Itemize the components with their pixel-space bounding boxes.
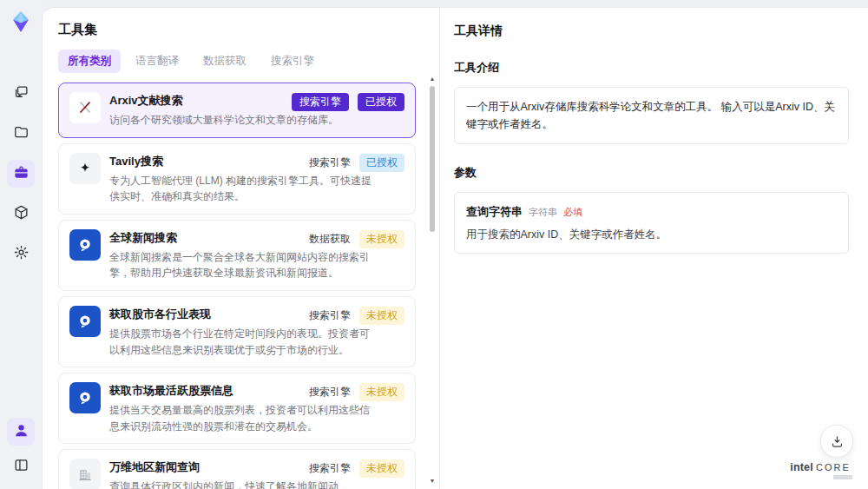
tool-list-panel: 工具集 所有类别语言翻译数据获取搜索引擎 Arxiv文献搜索 访问各个研究领域大… [43,8,439,489]
tool-desc: 提供股票市场各个行业在特定时间段内的表现。投资者可以利用这些信息来识别表现优于或… [109,326,374,358]
tool-meta: 搜索引擎 未授权 [309,383,404,401]
tool-meta: 搜索引擎 未授权 [309,459,404,478]
tool-category: 搜索引擎 [309,155,351,170]
chat-icon [13,84,30,104]
param-required-flag: 必填 [563,207,582,217]
news-logo-icon [69,382,101,413]
tool-desc: 访问各个研究领域大量科学论文和文章的存储库。 [109,112,374,129]
tool-list: Arxiv文献搜索 访问各个研究领域大量科学论文和文章的存储库。 搜索引擎 已授… [58,83,416,489]
tool-status-badge: 已授权 [358,93,404,111]
tool-meta: 搜索引擎 未授权 [309,307,404,325]
sidebar-nav [7,80,35,268]
panel-icon [13,457,30,477]
cube-icon [13,204,30,224]
tool-card[interactable]: 获取市场最活跃股票信息 提供当天交易量最高的股票列表，投资者可以利用这些信息来识… [58,373,416,444]
sidebar-item-profile[interactable] [7,418,35,446]
tab-data[interactable]: 数据获取 [194,50,256,73]
folder-icon [13,124,30,144]
scrollbar-down-icon[interactable]: ▼ [428,478,437,485]
sidebar-item-settings[interactable] [7,240,35,268]
arxiv-logo-icon [69,92,101,123]
briefcase-icon [13,164,30,184]
page-title: 工具集 [58,22,418,38]
tab-all[interactable]: 所有类别 [58,50,121,73]
sidebar-item-plugins[interactable] [7,200,35,228]
param-name: 查询字符串 [466,205,523,218]
tab-search[interactable]: 搜索引擎 [261,50,324,73]
tool-desc: 全球新闻搜索是一个聚合全球各大新闻网站内容的搜索引擎，帮助用户快速获取全球最新资… [109,249,374,281]
brand-intel: intel [790,461,813,473]
detail-title: 工具详情 [454,23,849,39]
brand-underline [833,475,852,479]
intro-box: 一个用于从Arxiv存储库搜索科学论文和文章的工具。 输入可以是Arxiv ID… [454,87,849,144]
person-icon [13,422,30,442]
brand-core: CORE [816,462,851,472]
intro-text: 一个用于从Arxiv存储库搜索科学论文和文章的工具。 输入可以是Arxiv ID… [466,98,837,133]
tool-desc: 查询具体行政区划内的新闻，快速了解各地新闻动 [109,479,374,489]
tool-status-badge: 未授权 [359,383,404,401]
tool-card[interactable]: Arxiv文献搜索 访问各个研究领域大量科学论文和文章的存储库。 搜索引擎 已授… [58,83,416,138]
param-box: 查询字符串字符串必填 用于搜索的Arxiv ID、关键字或作者姓名。 [454,192,849,254]
sidebar-item-tools[interactable] [7,160,35,188]
intro-heading: 工具介绍 [454,60,849,76]
tool-category: 搜索引擎 [309,385,351,400]
sidebar-item-files[interactable] [7,120,35,148]
tool-desc: 提供当天交易量最高的股票列表，投资者可以利用这些信息来识别流动性强的股票和潜在的… [109,402,374,434]
params-heading: 参数 [454,165,849,181]
news-logo-icon [69,306,101,337]
left-sidebar [0,0,42,489]
gear-icon [13,244,30,264]
tool-detail-panel: 工具详情 工具介绍 一个用于从Arxiv存储库搜索科学论文和文章的工具。 输入可… [439,8,868,489]
tool-card[interactable]: 获取股市各行业表现 提供股票市场各个行业在特定时间段内的表现。投资者可以利用这些… [58,296,416,367]
tool-meta: 搜索引擎 已授权 [309,154,404,172]
building-icon [69,459,101,489]
download-icon [830,434,845,449]
tool-meta: 搜索引擎 已授权 [292,93,404,111]
sidebar-item-chat[interactable] [7,80,35,108]
tool-category: 搜索引擎 [292,93,349,111]
scrollbar-up-icon[interactable]: ▲ [428,76,437,83]
tool-category: 搜索引擎 [309,461,351,476]
tool-status-badge: 未授权 [359,230,404,248]
category-tabs: 所有类别语言翻译数据获取搜索引擎 [58,50,418,73]
sparkle-icon [69,153,101,184]
app-logo-icon[interactable] [8,9,34,35]
intel-core-logo: intelCORE [783,459,858,479]
news-logo-icon [69,229,101,261]
tab-translate[interactable]: 语言翻译 [126,50,188,73]
scrollbar[interactable]: ▲ ▼ [428,76,437,485]
tool-card[interactable]: 万维地区新闻查询 查询具体行政区划内的新闻，快速了解各地新闻动 搜索引擎 未授权 [58,449,416,489]
tool-status-badge: 未授权 [359,459,404,478]
sidebar-item-panel[interactable] [7,453,35,480]
tool-category: 搜索引擎 [309,308,351,323]
tool-card[interactable]: Tavily搜索 专为人工智能代理 (LLM) 构建的搜索引擎工具。可快速提供实… [58,143,416,215]
main-content: 工具集 所有类别语言翻译数据获取搜索引擎 Arxiv文献搜索 访问各个研究领域大… [42,7,868,489]
tool-card[interactable]: 全球新闻搜索 全球新闻搜索是一个聚合全球各大新闻网站内容的搜索引擎，帮助用户快速… [58,220,416,291]
tool-status-badge: 未授权 [359,307,404,325]
tool-status-badge: 已授权 [359,154,404,172]
download-button[interactable] [820,425,853,458]
tool-desc: 专为人工智能代理 (LLM) 构建的搜索引擎工具。可快速提供实时、准确和真实的结… [109,173,374,205]
tool-meta: 数据获取 未授权 [309,230,404,248]
tool-category: 数据获取 [309,232,351,247]
param-desc: 用于搜索的Arxiv ID、关键字或作者姓名。 [466,228,837,242]
param-header: 查询字符串字符串必填 [466,203,837,220]
sidebar-bottom-nav [7,418,35,480]
param-type: 字符串 [529,207,557,217]
scrollbar-thumb[interactable] [430,86,435,232]
